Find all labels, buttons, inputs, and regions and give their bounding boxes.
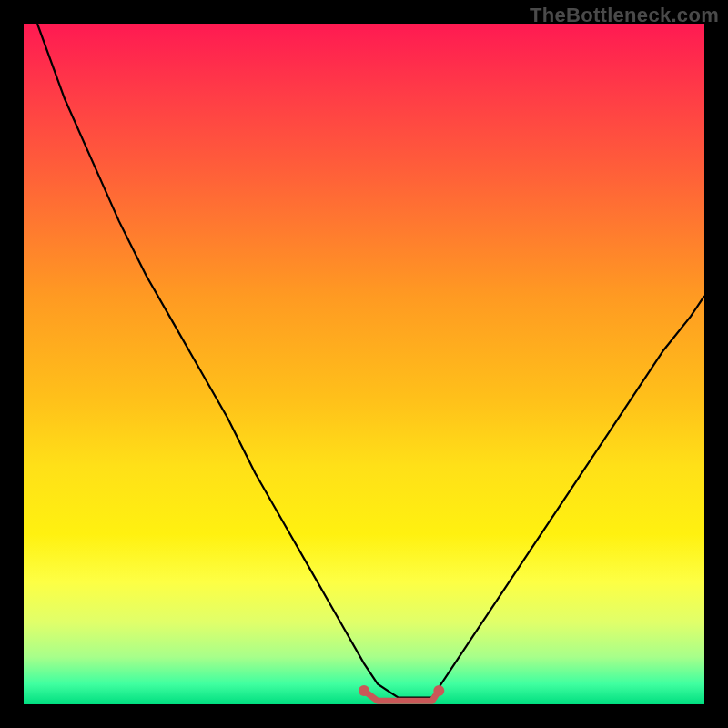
- optimal-zone-marker: [364, 691, 439, 701]
- chart-container: TheBottleneck.com: [0, 0, 728, 728]
- plot-area: [24, 24, 704, 704]
- bottleneck-curve-svg: [24, 24, 704, 704]
- bottleneck-curve: [37, 24, 704, 698]
- optimal-marker-dot-right: [433, 685, 444, 696]
- optimal-marker-dot-left: [359, 685, 369, 696]
